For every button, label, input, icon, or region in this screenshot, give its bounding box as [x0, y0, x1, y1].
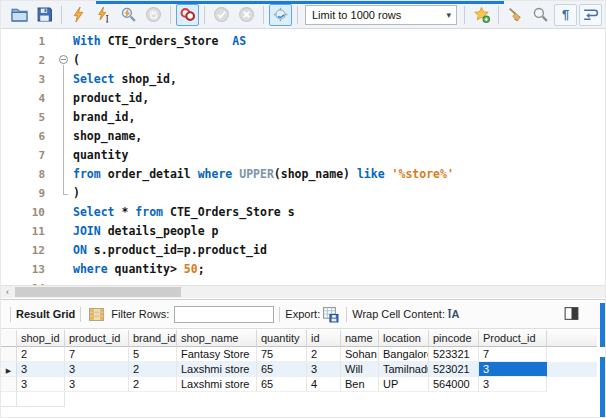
sql-editor[interactable]: 1With CTE_Orders_Store AS2(3Select shop_… [1, 29, 605, 285]
grid-cell[interactable]: 3 [479, 377, 547, 392]
panel-toggle-icon[interactable] [562, 305, 581, 324]
row-marker[interactable]: ▶ [1, 362, 17, 377]
code-line[interactable]: 7quantity [1, 146, 605, 165]
grid-header-cell[interactable]: Product_id [479, 330, 547, 347]
code-line[interactable]: 10Select * from CTE_Orders_Store s [1, 203, 605, 222]
grid-header-cell[interactable]: quantity [257, 330, 307, 347]
beautify-query-button[interactable] [504, 4, 527, 26]
toggle-invisibles-button[interactable]: ¶ [554, 4, 577, 26]
filter-rows-input[interactable] [174, 306, 274, 323]
grid-cell[interactable]: 4 [307, 377, 341, 392]
code-text: ) [73, 184, 80, 203]
code-line[interactable]: 1With CTE_Orders_Store AS [1, 32, 605, 51]
wrap-cell-content-icon[interactable]: ĪA [448, 308, 460, 320]
grid-cell[interactable]: 523021 [429, 362, 479, 377]
save-icon [36, 6, 53, 23]
grid-view-icon[interactable] [88, 306, 105, 323]
grid-cell[interactable]: 7 [65, 347, 129, 362]
grid-header-cell[interactable]: location [379, 330, 429, 347]
grid-cell[interactable]: 5 [129, 347, 177, 362]
grid-header-cell[interactable]: shop_name [177, 330, 257, 347]
grid-cell[interactable]: 564000 [429, 377, 479, 392]
separator [80, 307, 81, 322]
row-marker[interactable] [1, 377, 17, 392]
row-marker[interactable] [1, 392, 17, 407]
commit-button[interactable] [210, 4, 233, 26]
code-line[interactable]: 13where quantity> 50; [1, 260, 605, 279]
code-line[interactable]: 9) [1, 184, 605, 203]
grid-header-cell[interactable]: product_id [65, 330, 129, 347]
grid-cell[interactable]: 3 [17, 377, 65, 392]
code-line[interactable]: 4product_id, [1, 89, 605, 108]
grid-cell[interactable]: Bangalore [379, 347, 429, 362]
grid-header-cell[interactable]: name [341, 330, 379, 347]
stop-query-button[interactable] [142, 4, 165, 26]
grid-cell[interactable]: Ben [341, 377, 379, 392]
save-snippet-button[interactable] [470, 4, 493, 26]
grid-cell[interactable]: UP [379, 377, 429, 392]
grid-cell[interactable]: Laxshmi store [177, 377, 257, 392]
grid-cell[interactable]: 3 [65, 377, 129, 392]
limit-rows-select[interactable]: Limit to 1000 rows ▾ [305, 5, 457, 25]
fold-gutter [57, 222, 73, 241]
grid-insert-row[interactable] [1, 392, 597, 407]
grid-cell[interactable]: 3 [65, 362, 129, 377]
scroll-left-arrow-icon[interactable]: ‹ [1, 286, 14, 298]
grid-row: 275Fantasy Store752SohanBangalore5233217 [1, 347, 597, 362]
grid-cell[interactable]: Tamilnadu [379, 362, 429, 377]
grid-cell[interactable]: Laxshmi store [177, 362, 257, 377]
collapse-minus-icon[interactable] [59, 55, 68, 64]
toggle-word-wrap-button[interactable] [579, 4, 602, 26]
code-line[interactable]: 2( [1, 51, 605, 70]
grid-header-cell[interactable]: shop_id [17, 330, 65, 347]
grid-cell[interactable]: 3 [307, 362, 341, 377]
line-number: 12 [1, 241, 57, 260]
execute-query-button[interactable] [67, 4, 90, 26]
find-panel-button[interactable] [529, 4, 552, 26]
grid-cell[interactable]: Sohan [341, 347, 379, 362]
code-line[interactable]: 12ON s.product_id=p.product_id [1, 241, 605, 260]
open-script-button[interactable] [8, 4, 31, 26]
code-line[interactable]: 11JOIN details_people p [1, 222, 605, 241]
grid-header-cell[interactable]: id [307, 330, 341, 347]
grid-cell[interactable] [17, 392, 65, 407]
toggle-stop-on-error-button[interactable] [176, 4, 199, 26]
fold-marker-icon[interactable] [57, 51, 73, 70]
grid-cell[interactable]: 2 [17, 347, 65, 362]
row-marker[interactable] [1, 347, 17, 362]
code-text: ON s.product_id=p.product_id [73, 241, 267, 260]
open-folder-icon [11, 6, 28, 23]
grid-header-cell[interactable]: brand_id [129, 330, 177, 347]
grid-cell[interactable]: Will [341, 362, 379, 377]
scrollbar-thumb[interactable] [15, 287, 181, 297]
grid-cell[interactable]: 75 [257, 347, 307, 362]
save-script-button[interactable] [33, 4, 56, 26]
rollback-button[interactable] [235, 4, 258, 26]
code-line[interactable]: 3Select shop_id, [1, 70, 605, 89]
line-number: 3 [1, 70, 57, 89]
toolbar-separator [464, 6, 465, 24]
code-line[interactable]: 6shop_name, [1, 127, 605, 146]
export-recordset-icon[interactable] [322, 306, 339, 323]
grid-cell[interactable]: 2 [129, 377, 177, 392]
code-text: Select shop_id, [73, 70, 177, 89]
editor-horizontal-scrollbar[interactable]: ‹ [1, 285, 605, 298]
execute-current-statement-button[interactable] [92, 4, 115, 26]
code-text: With CTE_Orders_Store AS [73, 32, 246, 51]
grid-cell[interactable]: 523321 [429, 347, 479, 362]
grid-header-cell[interactable]: pincode [429, 330, 479, 347]
code-line[interactable]: 8from order_detail where UPPER(shop_name… [1, 165, 605, 184]
grid-cell[interactable]: Fantasy Store [177, 347, 257, 362]
grid-cell[interactable]: 3 [17, 362, 65, 377]
grid-cell[interactable]: 2 [307, 347, 341, 362]
explain-magnifier-icon [120, 6, 137, 23]
code-line[interactable]: 5brand_id, [1, 108, 605, 127]
toggle-autocommit-button[interactable] [269, 4, 292, 26]
grid-cell[interactable]: 65 [257, 362, 307, 377]
line-number: 5 [1, 108, 57, 127]
grid-cell[interactable]: 7 [479, 347, 547, 362]
explain-plan-button[interactable] [117, 4, 140, 26]
grid-cell[interactable]: 65 [257, 377, 307, 392]
grid-cell[interactable]: 2 [129, 362, 177, 377]
grid-cell[interactable]: 3 [479, 362, 547, 377]
